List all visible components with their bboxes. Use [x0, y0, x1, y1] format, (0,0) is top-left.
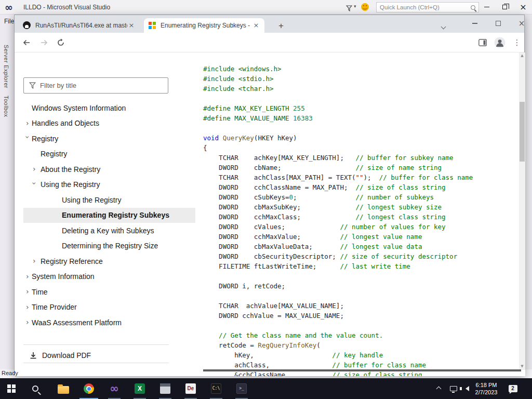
vs-tab-toolbox[interactable]: Toolbox — [3, 96, 9, 117]
code-line: DWORD cbName; // size of name string — [203, 163, 473, 172]
toc-item-time[interactable]: ›Time — [23, 284, 195, 300]
browser-close-button[interactable]: × — [511, 15, 532, 32]
chevron-right-icon[interactable]: › — [26, 318, 29, 326]
vs-menu-file[interactable]: File — [4, 18, 14, 25]
code-line: DWORD cbMaxValueData; // longest value d… — [203, 242, 473, 251]
toc-divider-bottom — [23, 363, 169, 363]
back-icon[interactable] — [22, 38, 31, 47]
code-line: #include <windows.h> — [203, 64, 473, 74]
toc-item-waas-assessment-platform[interactable]: ›WaaS Assessment Platform — [23, 315, 195, 330]
download-pdf-link[interactable]: Download PDF — [23, 349, 169, 362]
chevron-down-icon[interactable]: › — [31, 182, 38, 185]
taskbar-chrome-icon[interactable] — [77, 378, 100, 399]
toc-item-label: Enumerating Registry Subkeys — [62, 211, 169, 219]
browser-tab-enumerating-registry-subkeys[interactable]: Enumerating Registry Subkeys - × — [144, 18, 264, 33]
toc-item-system-information[interactable]: ›System Information — [23, 269, 195, 285]
browser-minimize-button[interactable] — [464, 15, 485, 32]
scroll-down-arrow-icon[interactable]: ▼ — [519, 364, 525, 368]
toc-item-deleting-a-key-with-subkeys[interactable]: Deleting a Key with Subkeys — [23, 223, 195, 238]
toc-item-windows-system-information[interactable]: Windows System Information — [23, 100, 195, 116]
quick-launch-box[interactable]: Quick Launch (Ctrl+Q) — [376, 2, 479, 12]
chevron-down-icon[interactable]: › — [24, 136, 31, 139]
code-line — [203, 291, 473, 301]
network-icon[interactable] — [447, 378, 460, 399]
reload-icon[interactable] — [56, 38, 65, 47]
toc-item-registry[interactable]: Registry — [23, 147, 195, 162]
side-panel-icon[interactable] — [478, 38, 487, 47]
chevron-right-icon[interactable]: › — [26, 273, 29, 280]
browser-menu-icon[interactable]: ⋮ — [512, 38, 522, 47]
filter-funnel-icon[interactable] — [346, 4, 352, 14]
code-line: DWORD cbMaxSubKey; // longest subkey siz… — [203, 202, 473, 212]
chevron-right-icon[interactable]: › — [26, 119, 29, 127]
toc-item-about-the-registry[interactable]: ›About the Registry — [23, 162, 195, 177]
horizontal-scrollbar-thumb[interactable] — [203, 369, 521, 371]
toc-item-label: Using the Registry — [41, 180, 100, 189]
taskbar-gray-app-icon[interactable] — [154, 378, 177, 399]
toc-item-using-the-registry[interactable]: ›Using the Registry — [23, 177, 195, 193]
code-line: // Get the class name and the value coun… — [203, 330, 473, 340]
visual-studio-logo-icon: ∞ — [3, 1, 15, 14]
feedback-smiley-icon[interactable] — [361, 3, 369, 11]
scroll-up-arrow-icon[interactable]: ▲ — [519, 54, 525, 58]
toc-item-time-provider[interactable]: ›Time Provider — [23, 300, 195, 315]
vertical-scrollbar-thumb[interactable] — [520, 102, 525, 162]
toc-item-handles-and-objects[interactable]: ›Handles and Objects — [23, 116, 195, 131]
taskbar-cmd-icon[interactable]: C:\ — [205, 378, 228, 399]
funnel-icon — [29, 82, 36, 89]
start-button[interactable] — [0, 378, 23, 399]
browser-tab-runasti[interactable]: RunAsTI/RunAsTI64.exe at maste × — [19, 18, 140, 33]
toc-item-label: Time — [32, 288, 48, 296]
vs-left-dock: File Server Explorer Toolbox — [0, 15, 14, 369]
vs-restore-button[interactable] — [497, 0, 512, 14]
toc-filter-box[interactable] — [23, 77, 168, 94]
chevron-right-icon[interactable]: › — [33, 165, 36, 172]
code-line: hKey, // key handle — [203, 350, 473, 360]
vs-close-button[interactable]: × — [515, 0, 531, 14]
taskbar-de-app-icon[interactable]: De — [179, 378, 202, 399]
vs-minimize-button[interactable] — [479, 0, 495, 14]
code-line: DWORD cchMaxClass; // longest class stri… — [203, 212, 473, 222]
toc-item-determining-the-registry-size[interactable]: Determining the Registry Size — [23, 238, 195, 254]
chevron-right-icon[interactable]: › — [33, 257, 36, 264]
browser-window: RunAsTI/RunAsTI64.exe at maste × Enumera… — [14, 15, 525, 376]
new-tab-button[interactable]: + — [275, 20, 287, 32]
taskbar-terminal-icon[interactable]: >_ — [230, 378, 253, 399]
taskbar-search-icon[interactable] — [24, 378, 47, 399]
chevron-right-icon[interactable]: › — [26, 288, 29, 295]
toc-item-enumerating-registry-subkeys[interactable]: Enumerating Registry Subkeys — [23, 208, 195, 223]
toc-filter-input[interactable] — [36, 78, 168, 93]
toc-item-label: Determining the Registry Size — [62, 242, 158, 250]
tab-search-chevron-icon[interactable] — [442, 21, 445, 31]
funnel-dropdown-caret-icon[interactable]: ▾ — [354, 4, 356, 9]
code-line: DWORD cSubKeys=0; // number of subkeys — [203, 192, 473, 202]
taskbar-clock[interactable]: 6:18 PM 2/7/2023 — [470, 381, 502, 396]
code-line: #define MAX_KEY_LENGTH 255 — [203, 103, 473, 113]
quick-launch-placeholder: Quick Launch (Ctrl+Q) — [380, 4, 471, 10]
taskbar-date: 2/7/2023 — [470, 389, 502, 396]
browser-maximize-button[interactable] — [488, 15, 509, 32]
vs-tab-server-explorer[interactable]: Server Explorer — [3, 45, 9, 88]
toc-item-label: Handles and Objects — [32, 119, 99, 127]
tab-close-icon[interactable]: × — [127, 21, 136, 30]
taskbar-file-explorer-icon[interactable] — [52, 378, 75, 399]
toc-item-registry-reference[interactable]: ›Registry Reference — [23, 254, 195, 269]
toc-item-using-the-registry[interactable]: Using the Registry — [23, 192, 195, 208]
chevron-right-icon[interactable]: › — [26, 303, 29, 311]
taskbar-time: 6:18 PM — [470, 381, 502, 389]
code-line — [203, 321, 473, 330]
forward-icon[interactable] — [39, 38, 49, 47]
code-line — [203, 271, 473, 281]
tray-show-hidden-icons-chevron[interactable] — [432, 378, 445, 399]
code-line: DWORD cValues; // number of values for k… — [203, 222, 473, 232]
code-line: TCHAR achValue[MAX_VALUE_NAME]; — [203, 301, 473, 311]
action-center-icon[interactable]: 2 — [505, 378, 521, 399]
tab-close-icon[interactable]: × — [252, 21, 260, 30]
profile-avatar[interactable] — [494, 37, 506, 48]
vertical-scrollbar[interactable]: ▲ ▼ — [519, 52, 525, 370]
taskbar-visual-studio-icon[interactable]: ∞ — [103, 378, 126, 399]
code-line: DWORD cchClassName = MAX_PATH; // size o… — [203, 182, 473, 192]
code-line: FILETIME ftLastWriteTime; // last write … — [203, 261, 473, 271]
taskbar-excel-icon[interactable]: X — [128, 378, 151, 399]
toc-item-registry[interactable]: ›Registry — [23, 131, 195, 147]
